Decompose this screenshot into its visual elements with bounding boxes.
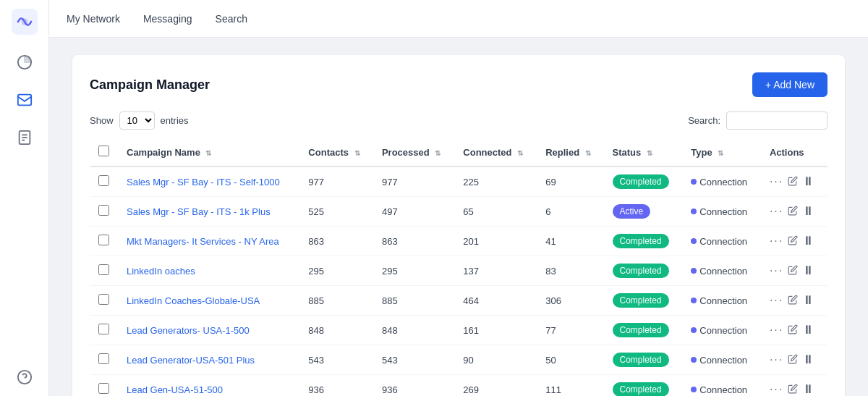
edit-button[interactable] bbox=[788, 295, 798, 307]
campaign-link[interactable]: LinkedIn Coaches-Globale-USA bbox=[127, 295, 260, 306]
row-checkbox-cell[interactable] bbox=[90, 197, 118, 227]
mail-icon[interactable] bbox=[14, 90, 35, 110]
select-all-checkbox[interactable] bbox=[98, 146, 109, 156]
my-network-nav[interactable]: My Network bbox=[67, 10, 120, 28]
col-connected[interactable]: Connected ⇅ bbox=[454, 138, 537, 167]
pause-button[interactable]: ⏸ bbox=[802, 353, 814, 366]
more-actions-button[interactable]: ··· bbox=[770, 383, 783, 396]
row-checkbox-cell[interactable] bbox=[90, 286, 118, 316]
table-row: LinkedIn oaches 295 295 137 83 Completed… bbox=[90, 256, 827, 286]
campaign-link[interactable]: Lead Generator-USA-501 Plus bbox=[127, 355, 255, 366]
pause-button[interactable]: ⏸ bbox=[802, 383, 814, 396]
more-actions-button[interactable]: ··· bbox=[770, 175, 783, 188]
add-new-button[interactable]: + Add New bbox=[752, 72, 827, 97]
edit-button[interactable] bbox=[788, 324, 798, 337]
processed-cell: 295 bbox=[373, 256, 454, 286]
row-checkbox-cell[interactable] bbox=[90, 345, 118, 375]
search-input[interactable] bbox=[726, 111, 827, 130]
edit-button[interactable] bbox=[788, 265, 798, 277]
campaign-link[interactable]: Mkt Managers- It Services - NY Area bbox=[127, 236, 279, 247]
type-dot bbox=[691, 238, 697, 244]
row-checkbox[interactable] bbox=[98, 324, 109, 334]
col-replied[interactable]: Replied ⇅ bbox=[537, 138, 603, 167]
status-badge: Completed bbox=[613, 353, 669, 367]
row-checkbox-cell[interactable] bbox=[90, 227, 118, 256]
table-row: Sales Mgr - SF Bay - ITS - 1k Plus 525 4… bbox=[90, 197, 827, 227]
status-cell: Completed bbox=[604, 256, 683, 286]
edit-button[interactable] bbox=[788, 354, 798, 366]
sort-icon: ⇅ bbox=[647, 149, 652, 157]
campaign-link[interactable]: Sales Mgr - SF Bay - ITS - 1k Plus bbox=[127, 206, 271, 217]
more-actions-button[interactable]: ··· bbox=[770, 324, 783, 337]
pause-button[interactable]: ⏸ bbox=[802, 294, 814, 307]
pause-button[interactable]: ⏸ bbox=[802, 205, 814, 218]
col-contacts[interactable]: Contacts ⇅ bbox=[299, 138, 373, 167]
row-checkbox[interactable] bbox=[98, 175, 109, 186]
col-processed[interactable]: Processed ⇅ bbox=[373, 138, 454, 167]
row-checkbox[interactable] bbox=[98, 294, 109, 305]
row-checkbox[interactable] bbox=[98, 264, 109, 275]
svg-rect-3 bbox=[17, 95, 30, 106]
actions-cell: ··· ⏸ bbox=[761, 167, 827, 197]
pause-button[interactable]: ⏸ bbox=[802, 324, 814, 337]
edit-button[interactable] bbox=[788, 235, 798, 248]
contacts-cell: 525 bbox=[299, 197, 373, 227]
svg-point-1 bbox=[21, 19, 27, 25]
edit-button[interactable] bbox=[788, 384, 798, 396]
more-actions-button[interactable]: ··· bbox=[770, 264, 783, 277]
campaign-manager-card: Campaign Manager + Add New Show 10 25 50… bbox=[72, 55, 845, 396]
col-type[interactable]: Type ⇅ bbox=[682, 138, 761, 167]
status-badge: Completed bbox=[613, 174, 669, 189]
page-title: Campaign Manager bbox=[90, 77, 210, 93]
more-actions-button[interactable]: ··· bbox=[770, 205, 783, 218]
campaign-link[interactable]: Lead Gen-USA-51-500 bbox=[127, 384, 223, 395]
row-checkbox[interactable] bbox=[98, 353, 109, 364]
row-checkbox[interactable] bbox=[98, 205, 109, 216]
campaign-link[interactable]: Lead Generators- USA-1-500 bbox=[127, 325, 250, 336]
campaign-link[interactable]: Sales Mgr - SF Bay - ITS - Self-1000 bbox=[127, 177, 280, 188]
status-badge: Completed bbox=[613, 293, 669, 308]
help-icon[interactable] bbox=[14, 367, 35, 387]
type-dot bbox=[691, 268, 697, 274]
type-cell: Connection bbox=[682, 167, 761, 197]
document-icon[interactable] bbox=[14, 127, 35, 148]
select-all-header[interactable] bbox=[90, 138, 118, 167]
col-status[interactable]: Status ⇅ bbox=[604, 138, 683, 167]
campaign-name-cell: Mkt Managers- It Services - NY Area bbox=[118, 227, 299, 256]
table-row: Lead Generator-USA-501 Plus 543 543 90 5… bbox=[90, 345, 827, 375]
pause-button[interactable]: ⏸ bbox=[802, 235, 814, 248]
analytics-icon[interactable] bbox=[14, 52, 35, 72]
edit-button[interactable] bbox=[788, 206, 798, 218]
campaign-name-cell: Sales Mgr - SF Bay - ITS - Self-1000 bbox=[118, 167, 299, 197]
row-checkbox-cell[interactable] bbox=[90, 167, 118, 197]
messaging-nav[interactable]: Messaging bbox=[143, 10, 192, 28]
sort-icon: ⇅ bbox=[354, 149, 360, 157]
more-actions-button[interactable]: ··· bbox=[770, 353, 783, 366]
edit-button[interactable] bbox=[788, 176, 798, 188]
row-checkbox-cell[interactable] bbox=[90, 375, 118, 397]
table-row: Lead Generators- USA-1-500 848 848 161 7… bbox=[90, 316, 827, 345]
actions-cell: ··· ⏸ bbox=[761, 227, 827, 256]
sort-icon: ⇅ bbox=[718, 149, 723, 157]
row-checkbox[interactable] bbox=[98, 235, 109, 245]
entries-select[interactable]: 10 25 50 bbox=[119, 111, 155, 130]
table-row: Lead Gen-USA-51-500 936 936 269 111 Comp… bbox=[90, 375, 827, 397]
more-actions-button[interactable]: ··· bbox=[770, 235, 783, 248]
status-badge: Completed bbox=[613, 264, 669, 278]
campaign-link[interactable]: LinkedIn oaches bbox=[127, 266, 195, 277]
status-cell: Completed bbox=[604, 167, 683, 197]
campaign-name-cell: Lead Gen-USA-51-500 bbox=[118, 375, 299, 397]
row-checkbox[interactable] bbox=[98, 383, 109, 394]
contacts-cell: 936 bbox=[299, 375, 373, 397]
row-checkbox-cell[interactable] bbox=[90, 256, 118, 286]
row-checkbox-cell[interactable] bbox=[90, 316, 118, 345]
pause-button[interactable]: ⏸ bbox=[802, 264, 814, 277]
actions-cell: ··· ⏸ bbox=[761, 286, 827, 316]
pause-button[interactable]: ⏸ bbox=[802, 175, 814, 188]
col-campaign-name[interactable]: Campaign Name ⇅ bbox=[118, 138, 299, 167]
more-actions-button[interactable]: ··· bbox=[770, 294, 783, 307]
replied-cell: 306 bbox=[537, 286, 603, 316]
status-cell: Active bbox=[604, 197, 683, 227]
status-cell: Completed bbox=[604, 375, 683, 397]
search-nav[interactable]: Search bbox=[216, 10, 247, 28]
